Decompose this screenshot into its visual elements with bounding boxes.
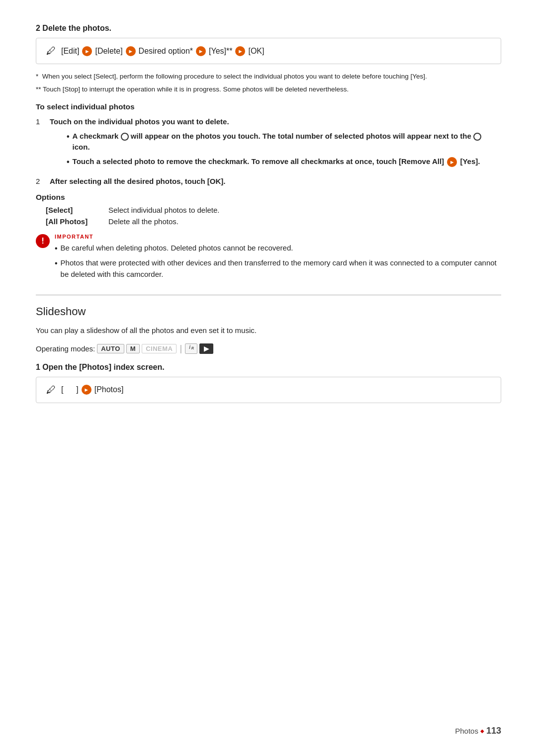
- mode-divider-1: |: [179, 343, 182, 354]
- page-number: 113: [486, 726, 501, 736]
- yes-label: [Yes]**: [209, 47, 232, 56]
- delete-command-box: 🖊 [Edit] ► [Delete] ► Desired option* ► …: [36, 38, 501, 64]
- footer-section: Photos: [455, 727, 478, 735]
- select-step-2: 2 After selecting all the desired photos…: [36, 176, 501, 187]
- important-icon: !: [36, 234, 50, 248]
- options-table: [Select] Select individual photos to del…: [36, 206, 501, 226]
- hand-icon-2: 🖊: [46, 384, 56, 396]
- page-footer: Photos ◆ 113: [455, 726, 501, 736]
- arrow-icon-5: ►: [82, 385, 91, 395]
- mode-playback: ▶: [199, 343, 214, 354]
- select-steps-list: 1 Touch on the individual photos you wan…: [36, 116, 501, 187]
- diamond-icon: ◆: [480, 728, 484, 734]
- important-bullet-2: Photos that were protected with other de…: [55, 257, 501, 280]
- footnotes: * When you select [Select], perform the …: [36, 71, 501, 94]
- hand-icon: 🖊: [46, 45, 56, 57]
- o-icon: [473, 133, 481, 141]
- important-label: IMPORTANT: [55, 234, 501, 240]
- option-label-select: [Select]: [46, 206, 100, 214]
- mode-auto: AUTO: [97, 344, 124, 353]
- bracket-open: [: [61, 385, 63, 394]
- arrow-icon-3: ►: [196, 46, 206, 56]
- bullet-1: A checkmark will appear on the photos yo…: [67, 131, 501, 153]
- delete-label: [Delete]: [95, 47, 122, 56]
- section-divider: [36, 295, 501, 295]
- step-num-2: 2: [36, 176, 45, 187]
- option-desc-select: Select individual photos to delete.: [108, 206, 219, 214]
- footnote-1: * When you select [Select], perform the …: [36, 71, 501, 82]
- option-label-all: [All Photos]: [46, 217, 100, 226]
- important-bullet-1: Be careful when deleting photos. Deleted…: [55, 243, 501, 254]
- delete-photos-heading: 2 Delete the photos.: [36, 24, 501, 33]
- bullet-2: Touch a selected photo to remove the che…: [67, 156, 501, 168]
- edit-label: [Edit]: [61, 47, 79, 56]
- arrow-icon-inline: ►: [447, 157, 457, 167]
- step-num-1: 1: [36, 116, 45, 172]
- option-row-all: [All Photos] Delete all the photos.: [46, 217, 501, 226]
- mode-ir: iᴿ: [185, 343, 197, 354]
- delete-photos-section: 2 Delete the photos. 🖊 [Edit] ► [Delete]…: [36, 24, 501, 283]
- slideshow-section: Slideshow You can play a slideshow of al…: [36, 305, 501, 403]
- important-content: IMPORTANT Be careful when deleting photo…: [55, 234, 501, 283]
- operating-modes-row: Operating modes: AUTO M CINEMA | iᴿ ▶: [36, 343, 501, 354]
- options-section: Options [Select] Select individual photo…: [36, 193, 501, 226]
- select-step-1: 1 Touch on the individual photos you wan…: [36, 116, 501, 172]
- mode-m: M: [126, 344, 140, 353]
- slideshow-title: Slideshow: [36, 305, 501, 318]
- option-row-select: [Select] Select individual photos to del…: [46, 206, 501, 214]
- select-photos-heading: To select individual photos: [36, 102, 501, 111]
- arrow-icon-1: ►: [82, 46, 92, 56]
- important-bullets-list: Be careful when deleting photos. Deleted…: [55, 243, 501, 280]
- slideshow-description: You can play a slideshow of all the phot…: [36, 325, 501, 336]
- option-desc-all: Delete all the photos.: [108, 217, 179, 226]
- select-bullet-list: A checkmark will appear on the photos yo…: [59, 131, 501, 168]
- desired-option-label: Desired option*: [139, 47, 193, 56]
- ok-label: [OK]: [248, 47, 264, 56]
- slideshow-step1-command-box: 🖊 [ ] ► [Photos]: [36, 377, 501, 403]
- bracket-close: ]: [76, 385, 78, 394]
- checkmark-icon: [121, 133, 129, 141]
- arrow-icon-4: ►: [235, 46, 245, 56]
- slideshow-step1-heading: 1 Open the [Photos] index screen.: [36, 363, 501, 372]
- arrow-icon-2: ►: [126, 46, 136, 56]
- operating-modes-label: Operating modes:: [36, 344, 95, 353]
- options-title: Options: [36, 193, 501, 202]
- important-box: ! IMPORTANT Be careful when deleting pho…: [36, 234, 501, 283]
- photos-label: [Photos]: [94, 385, 124, 394]
- footnote-2: ** Touch [Stop] to interrupt the operati…: [36, 84, 501, 95]
- mode-cinema: CINEMA: [142, 344, 177, 353]
- select-step-1-content: Touch on the individual photos you want …: [50, 116, 501, 172]
